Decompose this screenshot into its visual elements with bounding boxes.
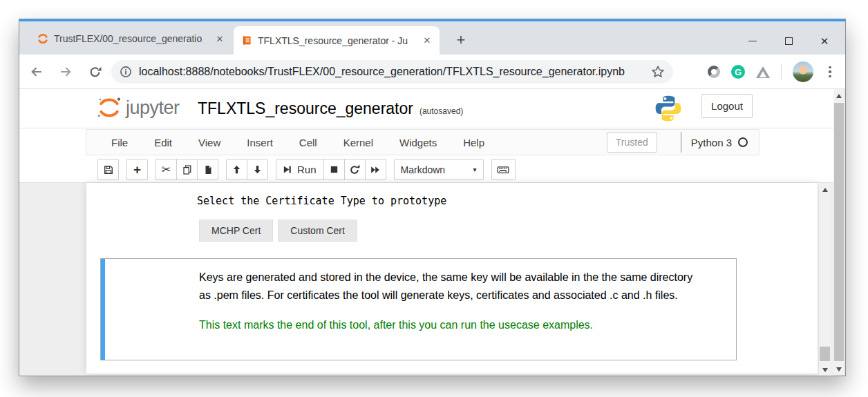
grammarly-extension-icon[interactable]: G (731, 65, 745, 79)
certificate-type-heading: Select the Certificate Type to prototype (197, 195, 446, 207)
kernel-divider (681, 132, 681, 153)
command-palette-button[interactable] (491, 159, 516, 180)
extension-orb-icon[interactable] (708, 66, 720, 78)
mchp-cert-button[interactable]: MCHP Cert (199, 220, 273, 242)
scroll-down-arrow[interactable] (819, 364, 831, 376)
window-controls: ✕ (735, 31, 842, 50)
cell-type-value: Markdown (401, 164, 446, 175)
notebook-title[interactable]: TFLXTLS_resource_generator(autosaved) (198, 99, 463, 118)
cell-note-green: This text marks the end of this tool, af… (199, 316, 696, 334)
cell-paragraph: Keys are generated and stored in the dev… (199, 269, 696, 304)
kernel-idle-indicator (738, 137, 748, 147)
site-info-icon[interactable] (120, 66, 132, 78)
desktop: TrustFLEX/00_resource_generatio ✕ TFLXTL… (0, 0, 868, 397)
address-bar[interactable]: localhost:8888/notebooks/TrustFLEX/00_re… (111, 60, 673, 84)
back-button[interactable] (28, 64, 45, 80)
paste-cell-button[interactable] (197, 159, 218, 180)
tab-trustflex[interactable]: TrustFLEX/00_resource_generatio ✕ (29, 28, 231, 49)
browser-window: TrustFLEX/00_resource_generatio ✕ TFLXTL… (19, 19, 846, 376)
scrollbar-thumb[interactable] (834, 103, 844, 361)
menu-kernel[interactable]: Kernel (330, 137, 386, 148)
profile-avatar[interactable] (793, 61, 813, 82)
scrollbar-thumb[interactable] (820, 347, 830, 361)
forward-button[interactable] (57, 64, 74, 80)
bookmark-star-icon[interactable] (651, 65, 665, 79)
menu-widgets[interactable]: Widgets (386, 137, 450, 148)
tab-close-icon[interactable]: ✕ (420, 34, 434, 48)
chevron-down-icon: ▾ (473, 166, 477, 173)
move-cell-down-button[interactable] (247, 159, 268, 180)
scissors-icon: ✂ (162, 164, 171, 175)
logout-button[interactable]: Logout (701, 94, 753, 118)
fast-forward-icon (370, 164, 381, 175)
custom-cert-button[interactable]: Custom Cert (278, 220, 357, 242)
close-window-button[interactable]: ✕ (806, 31, 842, 50)
drive-extension-icon[interactable] (756, 66, 770, 78)
tab-notebook-active[interactable]: TFLXTLS_resource_generator - Ju ✕ (234, 26, 440, 55)
menu-edit[interactable]: Edit (141, 137, 185, 148)
keyboard-icon (497, 164, 509, 176)
run-label: Run (297, 164, 317, 175)
arrow-up-icon (232, 164, 242, 175)
scroll-up-arrow[interactable] (833, 90, 845, 101)
tab-strip: TrustFLEX/00_resource_generatio ✕ TFLXTL… (19, 21, 845, 55)
jupyter-menubar-area: File Edit View Insert Cell Kernel Widget… (19, 128, 834, 183)
minimize-button[interactable] (735, 31, 771, 50)
jupyter-logo[interactable]: jupyter (97, 97, 180, 119)
url-text: localhost:8888/notebooks/TrustFLEX/00_re… (139, 66, 651, 78)
restart-run-all-button[interactable] (365, 159, 386, 180)
restart-icon (349, 164, 360, 175)
notebook-scrollbar[interactable] (819, 183, 831, 376)
menubar: File Edit View Insert Cell Kernel Widget… (86, 129, 760, 155)
back-arrow-icon (30, 65, 44, 79)
autosave-status: (autosaved) (419, 106, 463, 116)
menu-help[interactable]: Help (450, 137, 498, 148)
save-icon (103, 164, 114, 175)
step-forward-icon (282, 164, 292, 175)
maximize-button[interactable] (771, 31, 806, 50)
cut-cell-button[interactable]: ✂ (155, 159, 177, 180)
tab-title: TrustFLEX/00_resource_generatio (54, 33, 207, 44)
scroll-up-arrow[interactable] (819, 184, 831, 195)
scroll-down-arrow[interactable] (833, 363, 845, 375)
forward-arrow-icon (59, 65, 73, 79)
reload-icon (88, 66, 102, 79)
python-logo-icon (654, 94, 683, 123)
trusted-button[interactable]: Trusted (607, 132, 657, 153)
save-button[interactable] (97, 159, 119, 180)
selected-markdown-cell[interactable]: Keys are generated and stored in the dev… (100, 258, 737, 360)
minimize-icon (748, 41, 757, 41)
cell-type-select[interactable]: Markdown ▾ (394, 159, 484, 180)
browser-menu-icon[interactable] (824, 66, 836, 78)
menu-view[interactable]: View (185, 137, 234, 148)
jupyter-header: jupyter TFLXTLS_resource_generator(autos… (19, 89, 834, 128)
widget-button-row: MCHP Cert Custom Cert (199, 220, 357, 242)
notebook-container: Select the Certificate Type to prototype… (86, 183, 818, 374)
browser-scrollbar[interactable] (833, 89, 845, 375)
new-tab-button[interactable]: + (451, 30, 471, 50)
plus-icon: + (133, 163, 141, 176)
copy-cell-button[interactable] (176, 159, 198, 180)
menu-cell[interactable]: Cell (286, 137, 330, 148)
run-cell-button[interactable]: Run (276, 159, 324, 180)
notebook-title-text: TFLXTLS_resource_generator (198, 99, 413, 117)
jupyter-logo-icon (97, 97, 122, 119)
notebook-toolbar: + ✂ (97, 159, 516, 180)
restart-kernel-button[interactable] (344, 159, 366, 180)
menu-insert[interactable]: Insert (234, 137, 286, 148)
add-cell-button[interactable]: + (126, 159, 148, 180)
toolbar-divider (781, 64, 782, 79)
stop-icon (329, 164, 339, 175)
reload-button[interactable] (86, 64, 103, 80)
notebook-site: Select the Certificate Type to prototype… (19, 183, 834, 376)
move-cell-up-button[interactable] (226, 159, 247, 180)
paste-icon (202, 164, 214, 175)
maximize-icon (785, 37, 793, 45)
kernel-name: Python 3 (691, 137, 732, 148)
interrupt-kernel-button[interactable] (323, 159, 345, 180)
copy-icon (182, 164, 193, 175)
menu-file[interactable]: File (97, 137, 141, 148)
jupyter-page: jupyter TFLXTLS_resource_generator(autos… (19, 89, 834, 376)
tab-close-icon[interactable]: ✕ (213, 32, 227, 46)
jupyter-spinner-icon (37, 33, 48, 44)
